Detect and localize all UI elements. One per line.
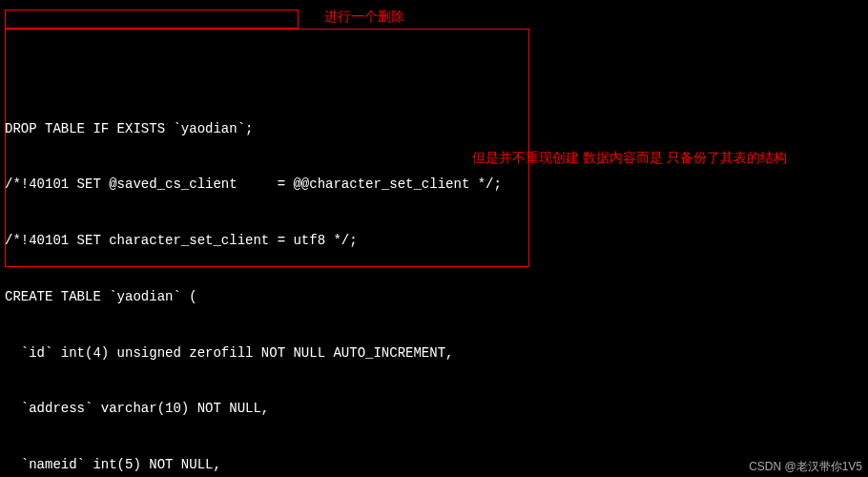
sql-line: /*!40101 SET @saved_cs_client = @@charac…	[5, 176, 868, 195]
annotation-structure-only: 但是并不重现创建 数据内容而是 只备份了其表的结构	[472, 149, 787, 168]
sql-line: `address` varchar(10) NOT NULL,	[5, 400, 868, 419]
annotation-delete: 进行一个删除	[324, 8, 404, 27]
sql-line: `nameid` int(5) NOT NULL,	[5, 456, 868, 475]
sql-line: `id` int(4) unsigned zerofill NOT NULL A…	[5, 344, 868, 363]
sql-line: /*!40101 SET character_set_client = utf8…	[5, 232, 868, 251]
terminal-output: 进行一个删除 但是并不重现创建 数据内容而是 只备份了其表的结构 DROP TA…	[5, 8, 868, 477]
sql-line: CREATE TABLE `yaodian` (	[5, 288, 868, 307]
watermark: CSDN @老汉带你1V5	[749, 459, 862, 475]
sql-line: DROP TABLE IF EXISTS `yaodian`;	[5, 120, 868, 139]
highlight-box-1	[5, 10, 299, 29]
